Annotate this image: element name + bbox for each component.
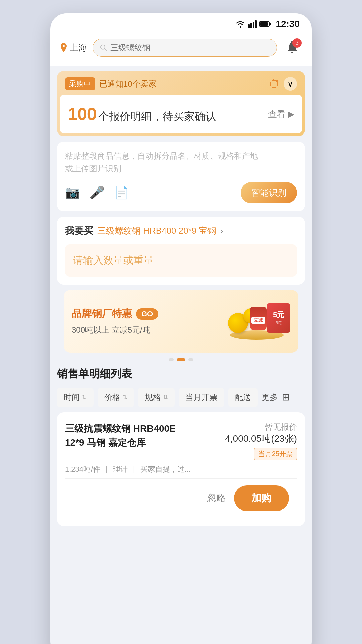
brand-title-text: 品牌钢厂特惠 — [72, 307, 132, 321]
weight-info: 1.234吨/件 — [65, 464, 100, 474]
sales-title: 销售单明细列表 — [57, 367, 305, 381]
status-icons — [235, 20, 272, 28]
add-to-cart-button[interactable]: 加购 — [234, 485, 289, 511]
clock-icon: ⏱ — [269, 78, 280, 90]
smart-tools: 📷 🎤 📄 智能识别 — [65, 182, 297, 203]
product-right: 暂无报价 4,000.05吨(23张) 当月25开票 — [225, 422, 297, 460]
document-icon[interactable]: 📄 — [114, 185, 129, 200]
filter-bar: 时间 ⇅ 价格 ⇅ 规格 ⇅ 当月开票 配送 更多 ⊞ — [57, 388, 305, 407]
camera-icon[interactable]: 📷 — [65, 185, 80, 200]
more-filter-button[interactable]: 更多 — [262, 392, 278, 403]
invoice-tag: 当月25开票 — [254, 448, 297, 460]
svg-rect-5 — [269, 23, 271, 25]
smart-placeholder-text: 粘贴整段商品信息，自动拆分品名、材质、规格和产地 或上传图片识别 — [65, 150, 297, 175]
filter-price-button[interactable]: 价格 ⇅ — [98, 388, 134, 407]
purchase-number: 100 — [68, 104, 97, 124]
delivery-filter-button[interactable]: 配送 — [228, 388, 258, 407]
brand-text-area: 品牌钢厂特惠 GO 300吨以上 立减5元/吨 — [72, 307, 223, 335]
divider-2: | — [133, 465, 135, 474]
smart-recognize-button[interactable]: 智能识别 — [241, 182, 297, 203]
purchase-main: 100 个报价明细，待买家确认 — [68, 104, 216, 124]
phone-frame: 12:30 上海 3 采购中 已通知 — [50, 13, 312, 644]
purchase-banner: 采购中 已通知10个卖家 ⏱ ∨ 100 个报价明细，待买家确认 查看 ▶ — [57, 71, 305, 136]
wifi-icon — [235, 20, 245, 28]
view-link[interactable]: 查看 ▶ — [268, 108, 294, 120]
calc-method: 理计 — [113, 464, 128, 474]
bottom-actions: 忽略 加购 — [65, 478, 297, 517]
filter-spec-button[interactable]: 规格 ⇅ — [138, 388, 175, 407]
svg-rect-2 — [253, 22, 254, 28]
sort-price-icon: ⇅ — [122, 394, 127, 401]
dot-2 — [177, 358, 185, 361]
product-meta: 1.234吨/件 | 理计 | 买家自提，过... — [65, 464, 297, 474]
svg-rect-0 — [248, 24, 250, 28]
quantity-input-area[interactable]: 请输入数量或重量 — [65, 244, 297, 277]
status-time: 12:30 — [276, 19, 300, 30]
location-icon — [60, 43, 68, 52]
product-card: 三级抗震螺纹钢 HRB400E 12*9 马钢 嘉定仓库 暂无报价 4,000.… — [57, 412, 305, 526]
product-top: 三级抗震螺纹钢 HRB400E 12*9 马钢 嘉定仓库 暂无报价 4,000.… — [65, 422, 297, 460]
collapse-icon[interactable]: ∨ — [284, 77, 297, 91]
svg-rect-3 — [255, 20, 257, 28]
product-qty: 4,000.05吨(23张) — [225, 432, 297, 445]
buy-chevron-icon: › — [220, 226, 223, 236]
buy-label: 我要买 — [65, 225, 93, 237]
purchase-main-text: 个报价明细，待买家确认 — [98, 110, 216, 122]
ignore-button[interactable]: 忽略 — [207, 492, 226, 504]
smart-recognition-box[interactable]: 粘贴整段商品信息，自动拆分品名、材质、规格和产地 或上传图片识别 📷 🎤 📄 智… — [57, 142, 305, 211]
sort-time-icon: ⇅ — [82, 394, 87, 401]
signal-icon — [248, 20, 257, 28]
filter-icon[interactable]: ⊞ — [282, 392, 290, 403]
brand-banner-wrapper: 品牌钢厂特惠 GO 300吨以上 立减5元/吨 立减 — [57, 290, 305, 361]
microphone-icon[interactable]: 🎤 — [89, 185, 105, 200]
delivery-info: 买家自提，过... — [140, 464, 191, 474]
purchase-content: 100 个报价明细，待买家确认 查看 ▶ — [60, 95, 302, 133]
search-icon — [100, 44, 107, 52]
quantity-placeholder: 请输入数量或重量 — [73, 255, 154, 266]
location[interactable]: 上海 — [60, 42, 87, 54]
status-bar: 12:30 — [50, 13, 312, 32]
brand-subtitle: 300吨以上 立减5元/吨 — [72, 325, 150, 334]
search-input[interactable] — [110, 43, 270, 52]
purchase-subtitle: 已通知10个卖家 — [99, 78, 157, 89]
sales-section: 销售单明细列表 时间 ⇅ 价格 ⇅ 规格 ⇅ 当月开票 配送 更多 ⊞ 三级抗震… — [50, 367, 312, 526]
no-price: 暂无报价 — [225, 422, 297, 432]
dot-1 — [169, 358, 174, 361]
header: 上海 3 — [50, 32, 312, 66]
go-badge: GO — [136, 308, 158, 320]
brand-banner[interactable]: 品牌钢厂特惠 GO 300吨以上 立减5元/吨 立减 — [64, 290, 298, 353]
svg-rect-1 — [250, 23, 252, 28]
dots-indicator — [57, 358, 305, 361]
brand-title: 品牌钢厂特惠 GO — [72, 307, 223, 321]
purchase-header: 采购中 已通知10个卖家 ⏱ ∨ — [57, 71, 305, 95]
svg-rect-6 — [260, 22, 268, 26]
purchase-tag: 采购中 — [65, 77, 95, 90]
invoice-filter-button[interactable]: 当月开票 — [179, 388, 224, 407]
buy-header: 我要买 三级螺纹钢 HRB400 20*9 宝钢 › — [65, 225, 297, 237]
filter-time-button[interactable]: 时间 ⇅ — [57, 388, 94, 407]
notification-badge: 3 — [292, 38, 302, 48]
dot-3 — [188, 358, 193, 361]
svg-line-8 — [105, 49, 107, 51]
notification-button[interactable]: 3 — [282, 38, 302, 58]
buy-spec[interactable]: 三级螺纹钢 HRB400 20*9 宝钢 — [97, 225, 216, 237]
buy-section: 我要买 三级螺纹钢 HRB400 20*9 宝钢 › 请输入数量或重量 — [57, 217, 305, 285]
sort-spec-icon: ⇅ — [163, 394, 168, 401]
search-bar[interactable] — [93, 39, 277, 57]
chevron-right-icon: ▶ — [288, 109, 294, 119]
product-title: 三级抗震螺纹钢 HRB400E 12*9 马钢 嘉定仓库 — [65, 422, 176, 450]
brand-image: 立减 5元 /吨 — [223, 300, 290, 343]
battery-icon — [259, 21, 272, 27]
divider-1: | — [106, 465, 108, 474]
